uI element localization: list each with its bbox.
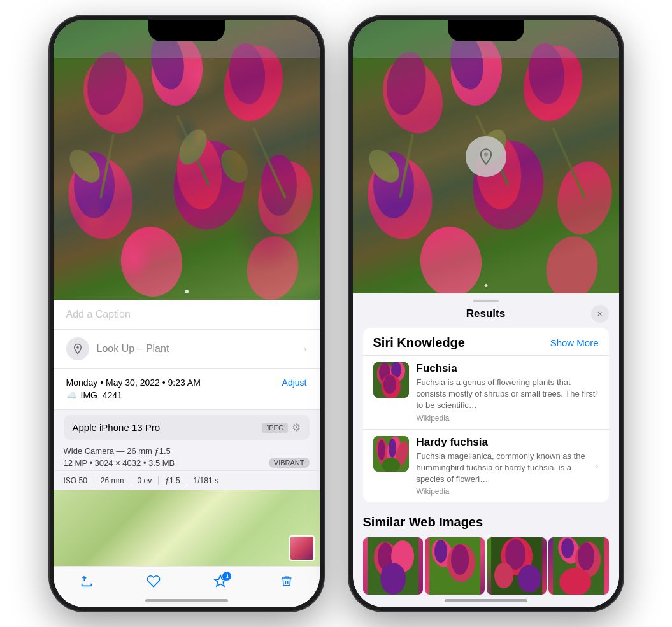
svg-point-22 [76,346,79,349]
section-header: Siri Knowledge Show More [363,328,609,355]
results-panel: Results × Siri Knowledge Show More [353,293,619,607]
svg-point-53 [378,440,385,460]
camera-line2: 12 MP • 3024 × 4032 • 3.5 MB VIBRANT [64,458,310,468]
similar-image-4[interactable] [548,537,608,595]
phone-1-content: Add a Caption Look Up – Plant [54,20,320,607]
camera-settings-icon[interactable]: ⚙ [292,421,301,433]
phone-1-inner: Add a Caption Look Up – Plant [54,20,320,607]
fuchsia-desc: Fuchsia is a genus of flowering plants t… [417,377,599,412]
filename-row: ☁️ IMG_4241 [66,390,307,400]
caption-placeholder[interactable]: Add a Caption [66,309,307,320]
adjust-button[interactable]: Adjust [282,377,307,388]
show-more-button[interactable]: Show More [550,337,599,348]
similar-image-3[interactable] [487,537,547,595]
similar-image-1[interactable] [363,537,423,595]
lookup-label: Look Up – Plant [97,343,169,355]
results-scroll[interactable]: Siri Knowledge Show More [353,323,619,607]
svg-point-71 [494,563,513,588]
svg-point-43 [484,153,488,157]
lookup-icon [66,337,89,360]
camera-line1: Wide Camera — 26 mm ƒ1.5 [64,446,310,456]
exif-ev: 0 ev [131,476,159,485]
phone-1: Add a Caption Look Up – Plant [50,16,324,611]
siri-knowledge-section: Siri Knowledge Show More [363,328,609,502]
format-badge: JPEG [262,423,288,433]
date-row: Monday • May 30, 2022 • 9:23 AM Adjust [66,377,307,388]
fuchsia-chevron-icon: › [596,387,599,397]
device-row: Apple iPhone 13 Pro JPEG ⚙ [64,415,310,440]
similar-images-section: Similar Web Images [363,512,609,595]
delete-button[interactable] [280,574,293,588]
filename-text: IMG_4241 [81,390,122,400]
similar-image-2[interactable] [425,537,485,595]
hardy-chevron-icon: › [596,461,599,471]
hardy-thumbnail [373,436,409,472]
map-preview[interactable] [54,490,320,566]
hardy-desc: Fuchsia magellanica, commonly known as t… [417,451,599,486]
lookup-row[interactable]: Look Up – Plant › [54,330,320,369]
caption-area[interactable]: Add a Caption [54,300,320,330]
notch-1 [148,20,225,41]
vibrant-badge: VIBRANT [269,458,310,468]
photo-info-section: Monday • May 30, 2022 • 9:23 AM Adjust ☁… [54,369,320,410]
lookup-chevron-icon: › [304,344,307,354]
hardy-content: Hardy fuchsia Fuchsia magellanica, commo… [417,436,599,497]
fuchsia-content: Fuchsia Fuchsia is a genus of flowering … [417,362,599,423]
svg-point-78 [559,568,591,595]
phone-2-content: Results × Siri Knowledge Show More [353,20,619,607]
info-badge: ℹ [222,572,231,581]
cloud-icon: ☁️ [66,390,77,400]
fuchsia-source: Wikipedia [417,414,599,423]
phone-2-inner: Results × Siri Knowledge Show More [353,20,619,607]
similar-images-title: Similar Web Images [363,512,609,537]
hardy-source: Wikipedia [417,487,599,496]
pager-dot-1 [185,290,189,293]
svg-point-75 [561,538,574,558]
results-header: Results × [353,302,619,323]
visual-search-button[interactable] [466,136,506,177]
exif-shutter: 1/181 s [187,476,225,485]
svg-point-72 [518,565,541,593]
hardy-name: Hardy fuchsia [417,436,599,449]
map-thumbnail [289,535,315,561]
photo-date: Monday • May 30, 2022 • 9:23 AM [66,377,201,388]
exif-iso: ISO 50 [64,476,94,485]
phone-1-screen: Add a Caption Look Up – Plant [54,20,320,607]
home-indicator-1 [145,599,228,602]
knowledge-item-hardy[interactable]: Hardy fuchsia Fuchsia magellanica, commo… [363,429,609,503]
svg-point-62 [380,563,406,595]
results-title: Results [466,307,505,320]
svg-point-50 [383,375,396,394]
notch-2 [448,20,524,41]
favorite-button[interactable] [147,574,161,588]
phones-container: Add a Caption Look Up – Plant [0,0,672,627]
close-button[interactable]: × [591,305,609,323]
info-button[interactable]: ℹ [213,574,227,588]
exif-f: ƒ1.5 [159,476,187,485]
exif-row: ISO 50 26 mm 0 ev ƒ1.5 1/181 s [54,470,320,490]
svg-point-77 [578,542,594,570]
flower-photo-1[interactable] [54,20,320,300]
device-badges: JPEG ⚙ [262,421,301,433]
fuchsia-name: Fuchsia [417,362,599,375]
phone-2: Results × Siri Knowledge Show More [349,16,623,611]
svg-point-65 [434,540,447,563]
device-name: Apple iPhone 13 Pro [73,422,161,433]
exif-mm: 26 mm [94,476,131,485]
camera-specs: Wide Camera — 26 mm ƒ1.5 12 MP • 3024 × … [64,442,310,470]
flower-photo-2 [353,20,619,293]
knowledge-item-fuchsia[interactable]: Fuchsia Fuchsia is a genus of flowering … [363,355,609,429]
home-indicator-2 [445,599,527,602]
similar-images-row [363,537,609,595]
svg-point-67 [451,544,469,575]
svg-point-55 [389,439,396,458]
fuchsia-thumbnail [373,362,409,398]
siri-knowledge-title: Siri Knowledge [373,335,465,350]
pager-dot-2 [484,284,487,287]
share-button[interactable] [80,574,94,588]
phone-2-screen: Results × Siri Knowledge Show More [353,20,619,607]
